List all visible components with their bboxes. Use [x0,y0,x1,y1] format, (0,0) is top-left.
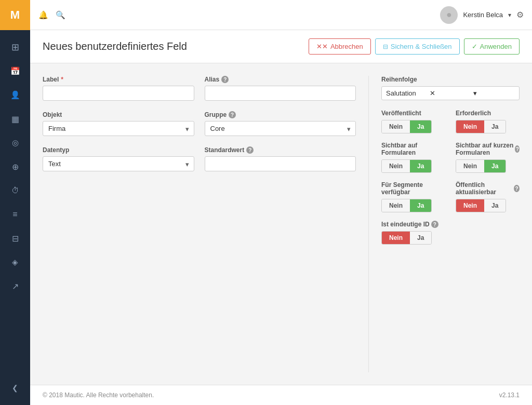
label-input[interactable] [43,86,194,101]
cancel-button[interactable]: ✕ Abbrechen [309,38,371,55]
notifications-button[interactable] [38,9,48,20]
toggle-section-4: Ist eindeutige ID ? Nein Ja [381,221,520,245]
gruppe-help-icon: ? [229,111,236,118]
alias-field-label: Alias ? [205,76,356,83]
topbar-right: Kerstin Belca [440,6,524,24]
reihenfolge-clear-button[interactable]: ✕ [430,89,471,97]
reihenfolge-value: Salutation [386,89,428,97]
footer: © 2018 Mautic. Alle Rechte vorbehalten. … [30,385,532,405]
chart-icon [12,138,19,147]
oeffentlich-ja-button[interactable]: Ja [484,199,506,212]
copyright-text: © 2018 Mautic. Alle Rechte vorbehalten. [43,392,154,399]
sidebar-item-segments[interactable] [0,107,30,131]
puzzle-icon [12,162,19,172]
oeffentlich-group: Öffentlich aktualisierbar ? Nein Ja [456,181,520,212]
eindeutige-id-label: Ist eindeutige ID ? [381,221,520,228]
gruppe-field-label: Gruppe ? [205,111,356,118]
person-icon [446,9,452,20]
reihenfolge-select[interactable]: Salutation ✕ ▾ [381,86,520,100]
alias-input[interactable] [205,86,356,101]
eindeutige-id-group: Ist eindeutige ID ? Nein Ja [381,221,520,245]
eindeutige-id-help-icon: ? [431,221,438,228]
gruppe-select[interactable]: Core Andere [205,121,356,136]
veroeffentlicht-nein-button[interactable]: Nein [382,120,410,133]
eindeutige-id-ja-button[interactable]: Ja [410,232,431,244]
fuer-segmente-nein-button[interactable]: Nein [382,199,410,212]
palette-icon [12,258,18,267]
oeffentlich-nein-button[interactable]: Nein [456,199,484,212]
toggle-section-1: Veröffentlicht Nein Ja Erforderlich Nein… [381,110,520,133]
version-text: v2.13.1 [499,392,520,399]
sichtbar-kurze-formulare-help-icon: ? [515,145,520,153]
objekt-select[interactable]: Firma Kontakt [43,121,194,136]
standardwert-help-icon: ? [246,146,254,154]
erforderlich-ja-button[interactable]: Ja [484,120,506,133]
content-area: Neues benutzerdefiniertes Feld ✕ Abbrech… [30,30,532,405]
erforderlich-toggle: Nein Ja [456,120,506,133]
fuer-segmente-ja-button[interactable]: Ja [410,199,431,212]
sidebar-item-contacts[interactable] [0,83,30,107]
standardwert-input[interactable] [205,156,356,171]
form-row-2: Objekt Firma Kontakt Gruppe ? [43,111,356,136]
erforderlich-nein-button[interactable]: Nein [456,120,484,133]
sidebar-item-themes[interactable] [0,250,30,274]
settings-button[interactable] [516,10,524,20]
sidebar-item-campaigns[interactable] [0,226,30,250]
sidebar-item-plugins[interactable] [0,155,30,179]
sichtbar-kurze-formulare-toggle: Nein Ja [456,159,506,173]
clock-icon [11,186,19,195]
gruppe-select-wrapper: Core Andere [205,121,356,136]
check-icon: ✓ [472,43,477,50]
sichtbar-formulare-group: Sichtbar auf Formularen Nein Ja [381,142,445,173]
oeffentlich-label: Öffentlich aktualisierbar ? [456,181,520,196]
reihenfolge-label: Reihenfolge [381,76,520,83]
times-icon: ✕ [316,43,328,50]
erforderlich-group: Erforderlich Nein Ja [456,110,520,133]
sichtbar-formulare-nein-button[interactable]: Nein [382,160,410,172]
veroeffentlicht-ja-button[interactable]: Ja [410,120,431,133]
erforderlich-label: Erforderlich [456,110,520,117]
apply-button[interactable]: ✓ Anwenden [464,38,520,55]
veroeffentlicht-label: Veröffentlicht [381,110,445,117]
standardwert-field-group: Standardwert ? [205,146,356,171]
sichtbar-kurze-formulare-label: Sichtbar auf kurzen Formularen ? [456,142,520,156]
datentyp-field-label: Datentyp [43,146,194,154]
table-icon [11,114,19,124]
user-name[interactable]: Kerstin Belca [463,11,503,19]
alias-field-group: Alias ? [205,76,356,101]
eindeutige-id-toggle: Nein Ja [381,231,432,245]
form-row-3: Datentyp Text Zahl Datum Boolean E-Mail … [43,146,356,171]
required-star: * [61,76,63,83]
sichtbar-kurze-formulare-nein-button[interactable]: Nein [456,160,484,172]
fuer-segmente-label: Für Segmente verfügbar [381,181,445,196]
main-wrapper: Kerstin Belca Neues benutzerdefiniertes … [30,0,532,405]
page-title: Neues benutzerdefiniertes Feld [43,40,187,52]
sidebar-collapse-button[interactable] [0,376,30,400]
oeffentlich-toggle: Nein Ja [456,199,506,212]
datentyp-field-group: Datentyp Text Zahl Datum Boolean E-Mail … [43,146,194,171]
datentyp-select[interactable]: Text Zahl Datum Boolean E-Mail URL [43,156,194,171]
sichtbar-kurze-formulare-group: Sichtbar auf kurzen Formularen ? Nein Ja [456,142,520,173]
reihenfolge-dropdown-icon[interactable]: ▾ [473,89,515,97]
form-row-1: Label * Alias ? [43,76,356,101]
save-close-button[interactable]: ⊟ Sichern & Schließen [375,38,460,55]
calendar-icon [10,66,20,76]
sidebar-nav [0,30,30,376]
user-dropdown-caret-icon[interactable] [508,11,511,19]
sichtbar-kurze-formulare-ja-button[interactable]: Ja [484,160,506,172]
sidebar-item-analytics[interactable] [0,274,30,298]
search-button[interactable] [56,9,65,20]
sidebar-item-feeds[interactable] [0,203,30,226]
sichtbar-formulare-ja-button[interactable]: Ja [410,160,431,172]
sidebar-item-reports[interactable] [0,131,30,155]
analytics-icon [12,281,19,291]
sidebar-item-dashboard[interactable] [0,35,30,59]
eindeutige-id-nein-button[interactable]: Nein [382,232,410,244]
fuer-segmente-toggle: Nein Ja [381,199,432,212]
user-icon [10,90,20,100]
sidebar-item-history[interactable] [0,179,30,203]
app-logo[interactable]: M [0,0,30,30]
topbar: Kerstin Belca [30,0,532,30]
sidebar-item-calendar[interactable] [0,59,30,83]
page-header: Neues benutzerdefiniertes Feld ✕ Abbrech… [30,30,532,63]
